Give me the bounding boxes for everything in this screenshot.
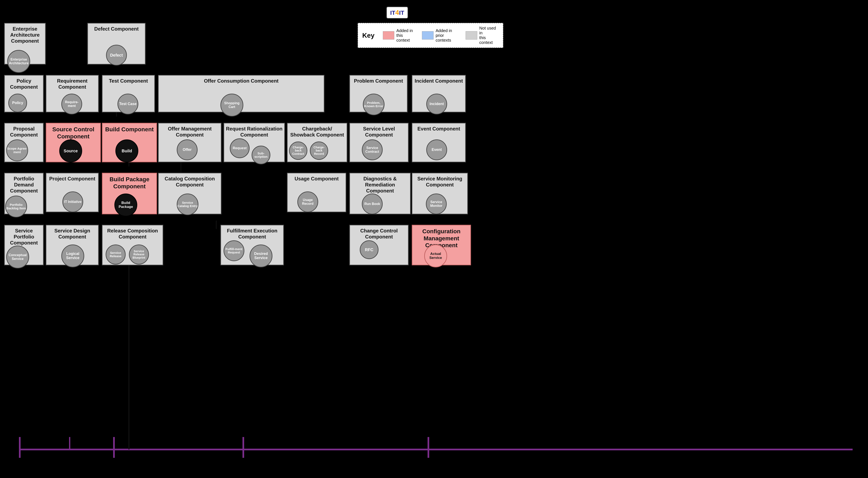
scope-agreement-node: Scope Agree-ment [6, 140, 28, 161]
actual-service-node: Actual Service [424, 244, 447, 267]
key-swatch-blue [422, 31, 433, 39]
defect-comp-title: Defect Component [94, 26, 138, 32]
enterprise-arch-title: Enterprise Architecture Component [6, 26, 43, 44]
service-catalog-entry-node: Service Catalog Entry [177, 193, 198, 215]
main-container: IT4IT Key Added inthis context Added in … [0, 0, 868, 478]
service-release-blueprint-node: Service Release Blueprint [129, 244, 149, 265]
incident-comp-title: Incident Component [415, 78, 463, 84]
key-item-blue: Added in priorcontexts [422, 28, 459, 43]
release-composition-title: Release Composition Component [104, 228, 161, 240]
portfolio-demand-title: Portfolio Demand Component [6, 176, 41, 194]
proposal-comp-title: Proposal Component [6, 126, 41, 138]
key-item-pink: Added inthis context [383, 28, 416, 43]
problem-known-error-node: Problem, Known Error [363, 94, 384, 115]
change-control-component: Change Control Component [349, 225, 409, 265]
service-design-title: Service Design Component [48, 228, 96, 240]
service-portfolio-title: Service Portfolio Component [6, 228, 41, 246]
logo-text: IT [390, 9, 395, 16]
usage-comp-title: Usage Component [294, 176, 339, 182]
event-node: Event [426, 140, 447, 160]
fulfillment-execution-title: Fulfillment Execution Component [223, 228, 282, 240]
request-rationalization-title: Request Rationalization Component [226, 126, 283, 138]
key-item-gray: Not used inthis context [466, 26, 499, 45]
key-swatch-pink [383, 31, 394, 39]
policy-comp-title: Policy Component [6, 78, 41, 90]
chargeback-showback-title: Chargeback/ Showback Component [289, 126, 345, 138]
offer-consumption-title: Offer Consumption Component [204, 78, 279, 84]
catalog-composition-title: Catalog Composition Component [160, 176, 219, 188]
logo-text2: IT [399, 9, 404, 16]
service-level-title: Service Level Component [352, 126, 406, 138]
service-monitor-node: Service Monitor [426, 193, 447, 214]
build-package-title: Build Package Component [104, 176, 155, 190]
key-label-pink: Added inthis context [396, 28, 416, 43]
build-node: Build [116, 140, 138, 162]
subscription-node: Sub-scription [252, 146, 270, 165]
chargeback-record-node: Charge-back Record [310, 142, 328, 160]
policy-node: Policy [8, 94, 27, 112]
portfolio-backlog-node: Portfolio Backlog Item [5, 196, 27, 217]
requirement-node: Require-ment [61, 94, 82, 115]
key-label-blue: Added in priorcontexts [436, 28, 460, 43]
key-title: Key [362, 32, 374, 39]
service-monitoring-title: Service Monitoring Component [414, 176, 466, 188]
config-management-title: Configuration Management Component [414, 228, 469, 249]
change-control-title: Change Control Component [352, 228, 406, 240]
problem-comp-title: Problem Component [354, 78, 403, 84]
source-node: Source [59, 140, 82, 162]
project-comp-title: Project Component [49, 176, 95, 182]
desired-service-node: Desired Service [250, 244, 272, 267]
logical-service-node: Logical Service [61, 244, 84, 267]
conceptual-service-node: Conceptual Service [6, 245, 29, 268]
key-box: Key Added inthis context Added in priorc… [358, 23, 503, 48]
usage-record-node: Usage Record [298, 191, 318, 212]
test-case-node: Test Case [118, 94, 138, 115]
source-control-title: Source Control Component [48, 126, 99, 140]
build-package-node: Build Package [114, 193, 137, 216]
chargeback-contract-node: Charge-back Contract [289, 142, 307, 160]
offer-node: Offer [177, 140, 197, 160]
run-book-node: Run Book [362, 193, 383, 214]
requirement-comp-title: Requirement Component [48, 78, 96, 90]
event-comp-title: Event Component [417, 126, 460, 132]
logo-area: IT4IT [378, 4, 416, 21]
offer-management-title: Offer Management Component [160, 126, 219, 138]
incident-node: Incident [426, 94, 447, 115]
shopping-cart-node: Shopping Cart [220, 94, 243, 117]
diagnostics-remediation-title: Diagnostics & Remediation Component [352, 176, 408, 194]
build-comp-title: Build Component [105, 126, 154, 133]
defect-node: Defect [106, 45, 127, 65]
service-contract-node: Service Contract [362, 140, 383, 160]
it-initiative-node: IT Initiative [62, 191, 83, 212]
request-node: Request [230, 139, 250, 158]
service-release-node: Service Release [106, 244, 126, 265]
key-label-gray: Not used inthis context [479, 26, 499, 45]
fulfillment-request-node: Fulfill-ment Request [223, 240, 244, 261]
logo: IT4IT [386, 6, 408, 19]
key-swatch-gray [466, 31, 477, 39]
rfc-node: RFC [360, 240, 378, 259]
logo-four: 4 [395, 9, 399, 16]
test-comp-title: Test Component [109, 78, 148, 84]
enterprise-architecture-node: Enterprise Architecture [7, 50, 30, 73]
